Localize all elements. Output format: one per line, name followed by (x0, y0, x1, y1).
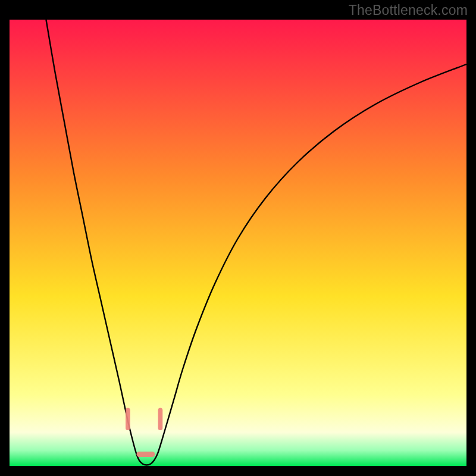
chart-area (10, 20, 466, 466)
bottleneck-chart-svg (10, 20, 466, 466)
chart-gradient-background (10, 20, 466, 466)
marker-left (126, 408, 130, 431)
marker-right (158, 408, 163, 431)
marker-bottom (137, 452, 155, 457)
watermark: TheBottleneck.com (349, 2, 468, 18)
